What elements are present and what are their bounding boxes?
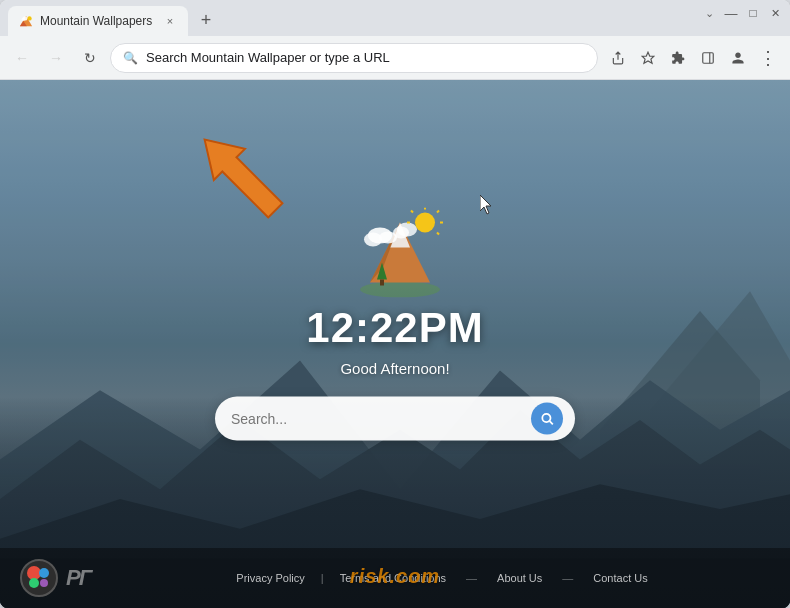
pcrisk-watermark: risk.com xyxy=(350,565,440,588)
svg-line-31 xyxy=(437,233,439,235)
share-button[interactable] xyxy=(604,44,632,72)
clock-display: 12:22PM xyxy=(306,304,483,352)
browser-frame: Mountain Wallpapers × + ⌄ — □ ✕ ← → ↻ 🔍 … xyxy=(0,0,790,608)
footer-about-link[interactable]: About Us xyxy=(497,572,542,584)
active-tab[interactable]: Mountain Wallpapers × xyxy=(8,6,188,36)
svg-point-16 xyxy=(360,282,440,298)
close-button[interactable]: ✕ xyxy=(768,6,782,20)
footer-sep-2: — xyxy=(466,572,477,584)
tab-favicon xyxy=(18,13,34,29)
browser-toolbar: ← → ↻ 🔍 Search Mountain Wallpaper or typ… xyxy=(0,36,790,80)
tab-strip-control[interactable]: ⌄ xyxy=(702,6,716,20)
svg-rect-6 xyxy=(703,52,714,63)
footer-links: Privacy Policy | Terms and Conditions — … xyxy=(114,572,770,584)
svg-point-2 xyxy=(27,16,31,20)
search-button[interactable] xyxy=(531,403,563,435)
extensions-button[interactable] xyxy=(664,44,692,72)
logo-circle xyxy=(20,559,58,597)
svg-marker-5 xyxy=(642,52,654,63)
profile-button[interactable] xyxy=(724,44,752,72)
forward-button[interactable]: → xyxy=(42,44,70,72)
footer-contact-link[interactable]: Contact Us xyxy=(593,572,647,584)
footer-privacy-link[interactable]: Privacy Policy xyxy=(236,572,304,584)
logo-text: ΡΓ xyxy=(66,565,90,591)
svg-marker-14 xyxy=(189,124,291,226)
footer-logo: ΡΓ xyxy=(20,559,90,597)
sidebar-button[interactable] xyxy=(694,44,722,72)
tab-bar: Mountain Wallpapers × + ⌄ — □ ✕ xyxy=(0,0,790,36)
svg-point-27 xyxy=(415,213,435,233)
svg-point-37 xyxy=(39,568,49,578)
footer-sep-3: — xyxy=(562,572,573,584)
new-tab-button[interactable]: + xyxy=(192,6,220,34)
mountain-illustration xyxy=(345,208,445,288)
svg-marker-15 xyxy=(480,195,491,214)
svg-line-29 xyxy=(437,211,439,213)
address-bar[interactable]: 🔍 Search Mountain Wallpaper or type a UR… xyxy=(110,43,598,73)
refresh-button[interactable]: ↻ xyxy=(76,44,104,72)
tab-close-button[interactable]: × xyxy=(162,13,178,29)
search-input[interactable] xyxy=(231,411,523,427)
mouse-cursor xyxy=(480,195,496,220)
toolbar-actions: ⋮ xyxy=(604,44,782,72)
arrow-annotation xyxy=(180,115,300,239)
minimize-button[interactable]: — xyxy=(724,6,738,20)
svg-rect-21 xyxy=(380,280,384,286)
svg-line-32 xyxy=(411,211,413,213)
svg-point-34 xyxy=(542,414,550,422)
center-content: 12:22PM Good Afternoon! xyxy=(215,208,575,441)
address-text: Search Mountain Wallpaper or type a URL xyxy=(146,50,585,65)
svg-point-4 xyxy=(23,16,27,20)
svg-point-36 xyxy=(27,566,41,580)
svg-point-38 xyxy=(29,578,39,588)
svg-point-39 xyxy=(40,579,48,587)
footer-sep-1: | xyxy=(321,572,324,584)
clock-greeting: Good Afternoon! xyxy=(340,360,449,377)
maximize-button[interactable]: □ xyxy=(746,6,760,20)
tab-title: Mountain Wallpapers xyxy=(40,14,156,28)
bookmark-button[interactable] xyxy=(634,44,662,72)
search-bar[interactable] xyxy=(215,397,575,441)
svg-point-26 xyxy=(393,227,409,239)
window-controls: ⌄ — □ ✕ xyxy=(702,6,782,20)
page-content: 12:22PM Good Afternoon! xyxy=(0,80,790,608)
menu-button[interactable]: ⋮ xyxy=(754,44,782,72)
back-button[interactable]: ← xyxy=(8,44,36,72)
svg-line-35 xyxy=(550,421,553,424)
search-icon: 🔍 xyxy=(123,51,138,65)
svg-point-23 xyxy=(364,233,382,247)
